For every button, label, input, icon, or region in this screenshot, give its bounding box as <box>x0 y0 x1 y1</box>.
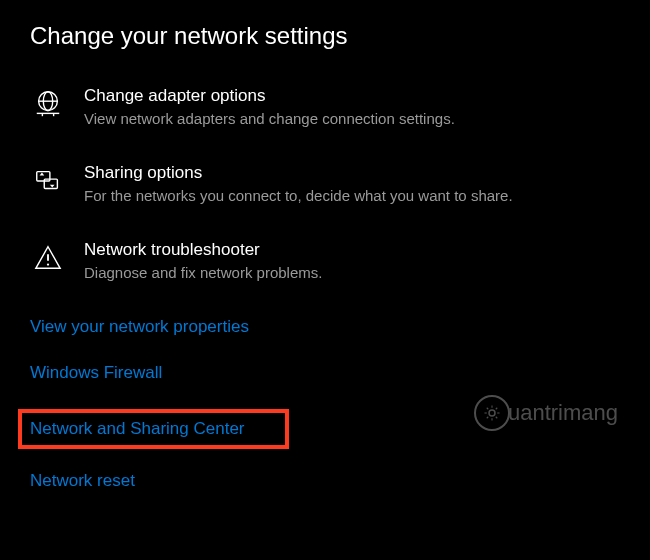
svg-line-17 <box>487 417 489 419</box>
globe-adapter-icon <box>30 86 66 122</box>
svg-point-9 <box>47 263 49 265</box>
watermark-bulb-icon <box>474 395 510 431</box>
network-reset-link[interactable]: Network reset <box>30 471 135 491</box>
network-sharing-center-link[interactable]: Network and Sharing Center <box>30 419 245 439</box>
option-title: Change adapter options <box>84 86 455 106</box>
svg-line-15 <box>487 408 489 410</box>
windows-firewall-link[interactable]: Windows Firewall <box>30 363 162 383</box>
sharing-icon <box>30 163 66 199</box>
watermark: uantrimang <box>474 395 618 431</box>
network-troubleshooter[interactable]: Network troubleshooter Diagnose and fix … <box>30 240 620 281</box>
sharing-options[interactable]: Sharing options For the networks you con… <box>30 163 620 204</box>
page-heading: Change your network settings <box>30 22 620 50</box>
svg-line-16 <box>496 417 498 419</box>
svg-point-10 <box>489 410 495 416</box>
option-desc: For the networks you connect to, decide … <box>84 187 513 204</box>
highlighted-box: Network and Sharing Center <box>18 409 289 449</box>
option-desc: Diagnose and fix network problems. <box>84 264 322 281</box>
svg-line-18 <box>496 408 498 410</box>
warning-triangle-icon <box>30 240 66 276</box>
watermark-text: uantrimang <box>508 400 618 426</box>
option-desc: View network adapters and change connect… <box>84 110 455 127</box>
option-title: Network troubleshooter <box>84 240 322 260</box>
option-title: Sharing options <box>84 163 513 183</box>
change-adapter-options[interactable]: Change adapter options View network adap… <box>30 86 620 127</box>
view-network-properties-link[interactable]: View your network properties <box>30 317 249 337</box>
